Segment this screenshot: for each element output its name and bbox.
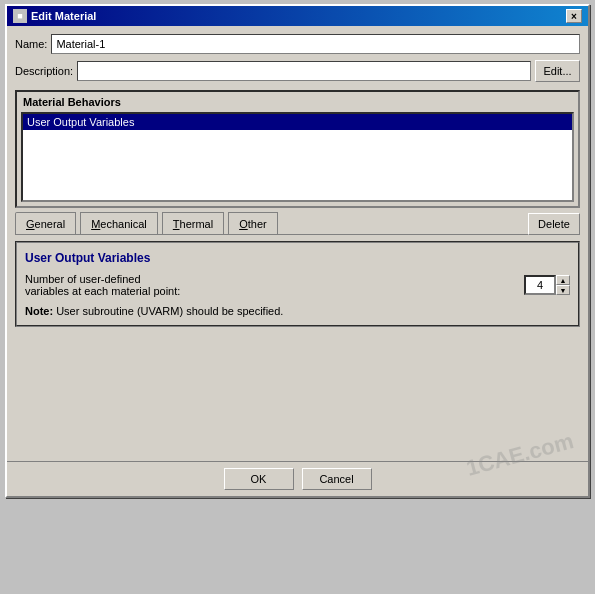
spinner-wrapper: ▲ ▼ [524,275,570,295]
note-label: Note: [25,305,53,317]
spinner-label-line1: Number of user-defined [25,273,141,285]
tabs-container: General Mechanical Thermal Other [15,212,528,235]
spinner-label: Number of user-defined variables at each… [25,273,520,297]
cancel-button[interactable]: Cancel [302,468,372,490]
spacer [15,327,580,447]
spinner-label-line2: variables at each material point: [25,285,180,297]
description-row: Description: Edit... [15,60,580,82]
behaviors-listbox[interactable]: User Output Variables [21,112,574,202]
window-title: Edit Material [31,10,96,22]
note-row: Note: User subroutine (UVARM) should be … [25,305,570,317]
bottom-bar: OK Cancel [7,461,588,496]
material-behaviors-title: Material Behaviors [21,96,574,108]
name-label: Name: [15,38,47,50]
tab-mechanical-label: Mechanical [91,218,147,230]
spin-up-button[interactable]: ▲ [556,275,570,285]
window-content: Name: Description: Edit... Material Beha… [7,26,588,455]
tab-thermal[interactable]: Thermal [162,212,224,234]
title-bar: ■ Edit Material × [7,6,588,26]
delete-button[interactable]: Delete [528,213,580,235]
tabs-delete-row: General Mechanical Thermal Other Delete [15,212,580,235]
user-output-title: User Output Variables [25,251,570,265]
description-label: Description: [15,65,73,77]
tab-thermal-label: Thermal [173,218,213,230]
user-output-section: User Output Variables Number of user-def… [15,241,580,327]
material-behaviors-section: Material Behaviors User Output Variables [15,90,580,208]
edit-button[interactable]: Edit... [535,60,580,82]
tab-general-label: General [26,218,65,230]
edit-material-dialog: ■ Edit Material × Name: Description: Edi… [5,4,590,498]
description-input[interactable] [77,61,531,81]
spin-down-button[interactable]: ▼ [556,285,570,295]
tab-general[interactable]: General [15,212,76,234]
ok-button[interactable]: OK [224,468,294,490]
title-bar-left: ■ Edit Material [13,9,96,23]
name-row: Name: [15,34,580,54]
spinner-input[interactable] [524,275,556,295]
name-input[interactable] [51,34,580,54]
close-button[interactable]: × [566,9,582,23]
window-icon: ■ [13,9,27,23]
note-text: User subroutine (UVARM) should be specif… [56,305,283,317]
list-item[interactable]: User Output Variables [23,114,572,130]
tab-mechanical[interactable]: Mechanical [80,212,158,234]
tab-other-label: Other [239,218,267,230]
spinner-row: Number of user-defined variables at each… [25,273,570,297]
tab-other[interactable]: Other [228,212,278,234]
spinner-buttons: ▲ ▼ [556,275,570,295]
